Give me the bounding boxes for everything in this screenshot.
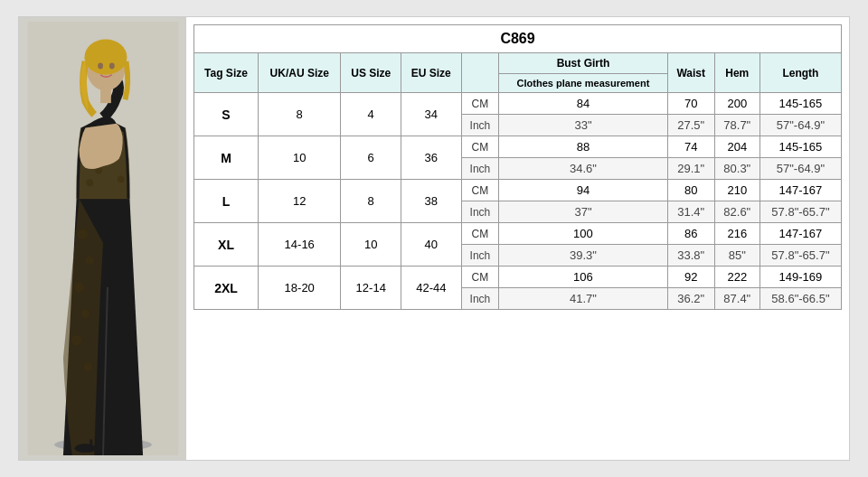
- svg-point-7: [117, 175, 124, 182]
- length-cm: 145-165: [760, 136, 841, 158]
- length-cm: 147-167: [760, 223, 841, 245]
- tag-size-cell: 2XL: [194, 267, 259, 310]
- bust-cm: 84: [499, 93, 667, 115]
- unit-cm: CM: [461, 93, 499, 115]
- bust-inch: 33": [499, 115, 667, 136]
- svg-point-9: [84, 40, 127, 75]
- eu-cell: 42-44: [401, 267, 462, 310]
- bust-cm: 94: [499, 180, 667, 201]
- hem-inch: 82.6": [714, 201, 760, 223]
- bust-inch: 39.3": [499, 245, 667, 267]
- hem-cm: 210: [714, 180, 760, 201]
- unit-inch: Inch: [461, 288, 499, 310]
- us-cell: 12-14: [341, 267, 401, 310]
- unit-cm: CM: [461, 267, 499, 288]
- size-chart-table: C869 Tag Size UK/AU Size US Size EU Size…: [193, 24, 842, 310]
- dress-image-panel: [19, 17, 186, 460]
- length-inch: 57.8"-65.7": [760, 201, 841, 223]
- unit-inch: Inch: [461, 115, 499, 136]
- waist-header: Waist: [667, 53, 714, 93]
- hem-header: Hem: [714, 53, 760, 93]
- chart-title: C869: [194, 25, 842, 53]
- bust-inch: 41.7": [499, 288, 667, 310]
- waist-cm: 80: [667, 180, 714, 201]
- length-inch: 57.8"-65.7": [760, 245, 841, 267]
- svg-rect-21: [90, 439, 92, 450]
- svg-rect-12: [100, 87, 111, 103]
- us-cell: 4: [341, 93, 401, 136]
- uk-au-cell: 8: [258, 93, 340, 136]
- eu-size-header: EU Size: [401, 53, 462, 93]
- svg-point-17: [71, 335, 81, 346]
- hem-cm: 204: [714, 136, 760, 158]
- bust-inch: 37": [499, 201, 667, 223]
- length-cm: 149-169: [760, 267, 841, 288]
- unit-spacer: [461, 53, 499, 93]
- tag-size-cell: M: [194, 136, 259, 180]
- bust-girth-header: Bust Girth: [499, 53, 667, 74]
- hem-cm: 216: [714, 223, 760, 245]
- svg-point-15: [73, 282, 84, 293]
- unit-cm: CM: [461, 223, 499, 245]
- svg-point-20: [107, 444, 125, 452]
- clothes-plane-header: Clothes plane measurement: [499, 74, 667, 93]
- tag-size-cell: XL: [194, 223, 259, 267]
- length-inch: 57"-64.9": [760, 115, 841, 136]
- us-size-header: US Size: [341, 53, 401, 93]
- unit-inch: Inch: [461, 158, 499, 180]
- tag-size-cell: L: [194, 180, 259, 223]
- unit-cm: CM: [461, 136, 499, 158]
- length-inch: 58.6"-66.5": [760, 288, 841, 310]
- length-cm: 147-167: [760, 180, 841, 201]
- eu-cell: 34: [401, 93, 462, 136]
- uk-au-cell: 18-20: [258, 267, 340, 310]
- svg-point-16: [80, 309, 90, 318]
- unit-cm: CM: [461, 180, 499, 201]
- hem-cm: 200: [714, 93, 760, 115]
- us-cell: 8: [341, 180, 401, 223]
- bust-cm: 100: [499, 223, 667, 245]
- main-container: C869 Tag Size UK/AU Size US Size EU Size…: [18, 16, 850, 461]
- uk-au-cell: 12: [258, 180, 340, 223]
- unit-inch: Inch: [461, 201, 499, 223]
- svg-point-18: [83, 362, 92, 371]
- waist-inch: 33.8": [667, 245, 714, 267]
- length-inch: 57"-64.9": [760, 158, 841, 180]
- eu-cell: 40: [401, 223, 462, 267]
- us-cell: 10: [341, 223, 401, 267]
- tag-size-cell: S: [194, 93, 259, 136]
- eu-cell: 36: [401, 136, 462, 180]
- svg-point-19: [74, 444, 96, 453]
- svg-point-10: [98, 63, 103, 70]
- hem-inch: 87.4": [714, 288, 760, 310]
- tag-size-header: Tag Size: [194, 53, 259, 93]
- hem-inch: 85": [714, 245, 760, 267]
- waist-inch: 36.2": [667, 288, 714, 310]
- us-cell: 6: [341, 136, 401, 180]
- table-row: 2XL 18-20 12-14 42-44 CM 106 92 222 149-…: [194, 267, 842, 288]
- waist-inch: 31.4": [667, 201, 714, 223]
- table-row: L 12 8 38 CM 94 80 210 147-167: [194, 180, 842, 201]
- hem-inch: 78.7": [714, 115, 760, 136]
- svg-point-14: [85, 257, 94, 266]
- unit-inch: Inch: [461, 245, 499, 267]
- uk-au-cell: 14-16: [258, 223, 340, 267]
- uk-au-header: UK/AU Size: [258, 53, 340, 93]
- length-header: Length: [760, 53, 841, 93]
- table-row: M 10 6 36 CM 88 74 204 145-165: [194, 136, 842, 158]
- waist-cm: 92: [667, 267, 714, 288]
- waist-cm: 74: [667, 136, 714, 158]
- bust-cm: 88: [499, 136, 667, 158]
- size-chart-section: C869 Tag Size UK/AU Size US Size EU Size…: [186, 17, 849, 460]
- length-cm: 145-165: [760, 93, 841, 115]
- table-row: S 8 4 34 CM 84 70 200 145-165: [194, 93, 842, 115]
- waist-inch: 29.1": [667, 158, 714, 180]
- dress-illustration: [26, 22, 180, 455]
- bust-inch: 34.6": [499, 158, 667, 180]
- bust-cm: 106: [499, 267, 667, 288]
- title-row: C869: [194, 25, 842, 53]
- uk-au-cell: 10: [258, 136, 340, 180]
- waist-cm: 86: [667, 223, 714, 245]
- svg-point-6: [86, 179, 93, 186]
- waist-inch: 27.5": [667, 115, 714, 136]
